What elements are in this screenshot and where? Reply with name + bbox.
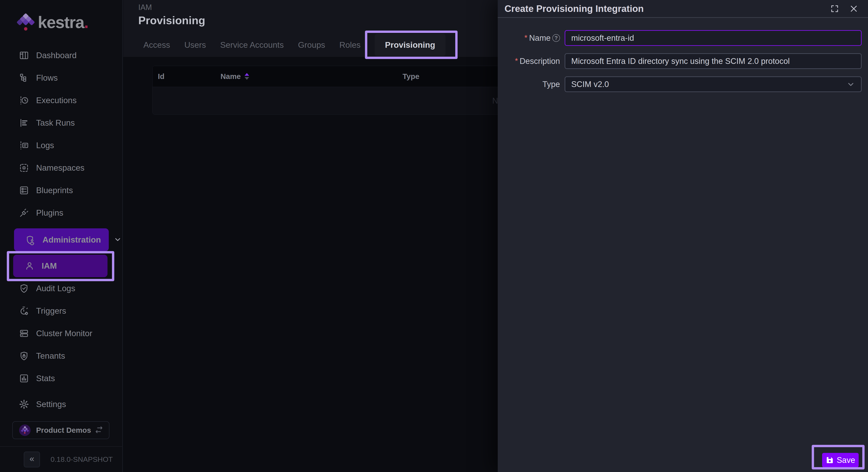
iam-user-icon [24,261,35,271]
sidebar-item-stats[interactable]: Stats [0,367,123,390]
kestra-logo[interactable]: kestra. [18,14,88,31]
sidebar-item-settings[interactable]: Settings [0,393,123,415]
dashboard-icon [19,50,29,61]
logs-icon [19,140,29,151]
blueprints-icon [19,185,29,196]
sidebar-item-label: IAM [42,261,57,271]
workspace-label: Product Demos [36,426,95,434]
drawer-form: * Name ? * Description Type SCIM v2.0 [498,18,868,92]
sidebar-item-label: Settings [36,400,66,409]
sidebar-item-namespaces[interactable]: Namespaces [0,157,123,179]
workspace-avatar [19,425,31,436]
triggers-timer-icon [19,306,29,316]
tab-access[interactable]: Access [144,40,170,50]
column-header-id[interactable]: Id [158,72,164,81]
sidebar-item-flows[interactable]: Flows [0,67,123,89]
kestra-logo-icon [18,14,34,31]
administration-shield-icon [25,235,36,245]
tab-groups[interactable]: Groups [298,40,325,50]
sidebar-footer: « 0.18.0-SNAPSHOT [0,446,123,472]
flows-icon [19,73,29,83]
save-button[interactable]: Save [822,453,859,467]
description-input[interactable] [565,53,862,69]
workspace-switcher[interactable]: Product Demos [12,421,110,439]
sidebar-item-label: Triggers [36,306,66,315]
required-marker: * [515,57,518,66]
kestra-logo-text: kestra. [38,14,88,31]
field-row-type: Type SCIM v2.0 [498,76,862,92]
tab-roles[interactable]: Roles [339,40,361,50]
task-runs-icon [19,117,29,128]
sidebar-item-dashboard[interactable]: Dashboard [0,44,123,67]
sidebar-item-iam[interactable]: IAM [13,255,107,277]
field-row-description: * Description [498,53,862,69]
type-select[interactable]: SCIM v2.0 [565,76,862,92]
settings-gear-icon [19,399,29,410]
tab-service-accounts[interactable]: Service Accounts [220,40,284,50]
column-header-name[interactable]: Name [220,72,249,81]
help-icon[interactable]: ? [552,34,560,42]
fullscreen-icon[interactable] [830,4,840,13]
sidebar-item-executions[interactable]: Executions [0,89,123,112]
description-field-label: * Description [498,57,565,66]
sidebar-item-triggers[interactable]: Triggers [0,300,123,322]
name-input[interactable] [565,30,862,46]
sidebar-item-task-runs[interactable]: Task Runs [0,112,123,134]
close-icon[interactable] [849,4,859,13]
sidebar-item-iam-wrap: IAM [0,255,123,277]
kestra-app: kestra. Dashboard Flows Executions Task … [0,0,868,472]
sidebar-item-label: Plugins [36,208,63,217]
sidebar-item-plugins[interactable]: Plugins [0,202,123,224]
audit-logs-shield-check-icon [19,283,29,294]
drawer-header: Create Provisioning Integration [498,0,868,18]
sidebar-item-label: Administration [42,235,101,244]
namespaces-icon [19,163,29,173]
sidebar-item-blueprints[interactable]: Blueprints [0,179,123,202]
save-disk-icon [826,456,834,464]
sidebar-item-label: Flows [36,73,58,82]
sidebar-item-label: Cluster Monitor [36,329,92,338]
sidebar: kestra. Dashboard Flows Executions Task … [0,0,123,472]
sidebar-item-administration[interactable]: Administration [14,228,109,251]
sidebar-item-label: Executions [36,96,77,105]
drawer-title: Create Provisioning Integration [504,3,820,14]
executions-icon [19,95,29,106]
sidebar-item-audit-logs[interactable]: Audit Logs [0,277,123,300]
sidebar-item-label: Namespaces [36,163,85,173]
field-row-name: * Name ? [498,30,862,46]
sidebar-item-tenants[interactable]: Tenants [0,345,123,367]
sidebar-nav: Dashboard Flows Executions Task Runs Log… [0,44,123,415]
sidebar-item-cluster-monitor[interactable]: Cluster Monitor [0,322,123,345]
tab-provisioning[interactable]: Provisioning [375,34,445,56]
create-provisioning-drawer: Create Provisioning Integration * Name ?… [498,0,868,472]
sidebar-item-label: Logs [36,141,54,150]
sort-icon[interactable] [245,73,249,80]
sidebar-item-label: Stats [36,374,55,383]
collapse-sidebar-button[interactable]: « [24,451,40,467]
stats-chart-icon [19,373,29,384]
tab-users[interactable]: Users [184,40,206,50]
column-header-type[interactable]: Type [403,72,419,81]
plugins-icon [19,208,29,218]
switch-workspace-icon [95,425,103,435]
cluster-monitor-server-icon [19,328,29,339]
sidebar-item-label: Audit Logs [36,284,75,293]
sidebar-item-label: Tenants [36,351,65,361]
chevron-down-icon [114,235,122,244]
type-field-label: Type [498,80,565,89]
required-marker: * [525,34,527,42]
version-label: 0.18.0-SNAPSHOT [51,455,113,464]
sidebar-item-label: Blueprints [36,186,73,195]
name-field-label: * Name ? [498,34,565,43]
sidebar-item-label: Dashboard [36,51,77,60]
type-select-value: SCIM v2.0 [571,80,609,89]
sidebar-item-label: Task Runs [36,118,75,128]
drawer-footer: Save [822,453,859,467]
chevron-down-icon [846,80,855,89]
tenants-shield-lock-icon [19,350,29,361]
tab-provisioning-wrap: Provisioning [375,34,445,56]
sidebar-item-logs[interactable]: Logs [0,134,123,157]
